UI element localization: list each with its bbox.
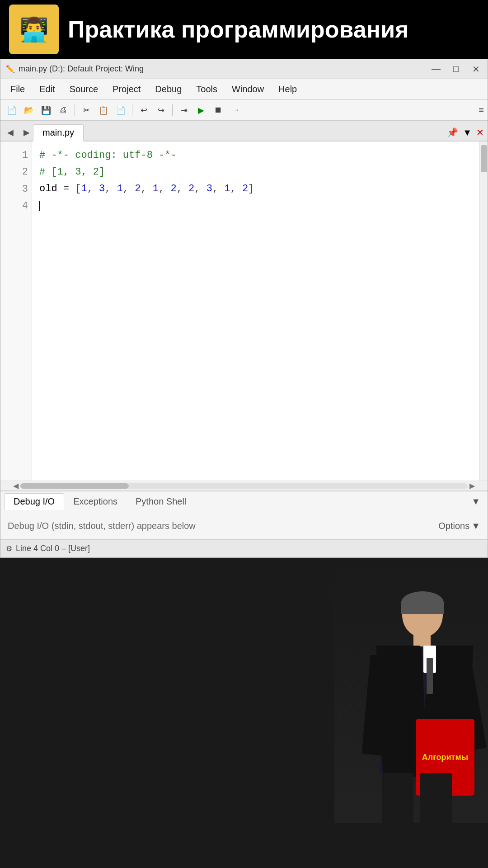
toolbar-redo[interactable]: ↪ (153, 103, 169, 118)
options-button[interactable]: Options ▼ (438, 521, 480, 531)
presenter-figure: Алгоритмы (352, 588, 479, 823)
debug-io-label: Debug I/O (stdin, stdout, stderr) appear… (8, 521, 196, 531)
tab-close-icon[interactable]: ✕ (476, 127, 484, 138)
code-content[interactable]: # -*- coding: utf-8 -*- # [1, 3, 2] old … (32, 142, 479, 481)
toolbar-save[interactable]: 💾 (38, 103, 54, 118)
status-text: Line 4 Col 0 – [User] (16, 544, 90, 553)
scrollbar-h-track[interactable] (20, 483, 468, 489)
code-line-2: # [1, 3, 2] (39, 164, 472, 180)
code-line-1: # -*- coding: utf-8 -*- (39, 147, 472, 164)
toolbar-step[interactable]: → (228, 103, 243, 118)
banner-logo: 👨‍💻 (9, 5, 59, 54)
menu-edit[interactable]: Edit (33, 82, 61, 96)
status-icon: ⚙ (6, 544, 12, 553)
toolbar-sep2 (132, 104, 132, 116)
menu-help[interactable]: Help (272, 82, 303, 96)
editor-area[interactable]: 1 2 3 4 # -*- coding: utf-8 -*- # [1, 3,… (0, 142, 488, 481)
tab-exceptions[interactable]: Exceptions (64, 494, 127, 509)
minimize-button[interactable]: — (430, 63, 442, 75)
menu-debug[interactable]: Debug (149, 82, 188, 96)
toolbar-stop[interactable]: ⏹ (211, 103, 226, 118)
tab-right-icons: 📌 ▼ ✕ (447, 127, 484, 141)
toolbar-open[interactable]: 📂 (21, 103, 37, 118)
toolbar-undo[interactable]: ↩ (136, 103, 151, 118)
toolbar-print[interactable]: 🖨 (56, 103, 71, 118)
logo-emoji: 👨‍💻 (19, 16, 49, 43)
presenter-overlay: Алгоритмы (334, 570, 488, 823)
tab-debug-io[interactable]: Debug I/O (4, 493, 64, 510)
bottom-content: Debug I/O (stdin, stdout, stderr) appear… (0, 512, 488, 539)
line-num-1: 1 (4, 147, 28, 164)
line-num-3: 3 (4, 181, 28, 198)
collapse-button[interactable]: ▼ (468, 495, 484, 509)
toolbar-overflow[interactable]: ≡ (479, 105, 484, 115)
bottom-tabs: Debug I/O Exceptions Python Shell ▼ (0, 491, 488, 512)
toolbar-sep3 (172, 104, 173, 116)
title-bar-text: main.py (D:): Default Project: Wing (19, 64, 144, 74)
scrollbar-thumb-horizontal[interactable] (20, 483, 129, 489)
tab-pin-icon[interactable]: 📌 (447, 127, 458, 138)
book-title: Алгоритмы (422, 753, 468, 762)
menu-source[interactable]: Source (63, 82, 104, 96)
scroll-left-arrow[interactable]: ◀ (11, 481, 20, 490)
scroll-right-arrow[interactable]: ▶ (468, 481, 477, 490)
line-num-4: 4 (4, 198, 28, 214)
toolbar-run[interactable]: ▶ (193, 103, 209, 118)
tab-nav: ◀ ▶ (4, 126, 33, 141)
code-line-3: old = [1, 3, 1, 2, 1, 2, 2, 3, 1, 2] (39, 180, 472, 197)
status-bar: ⚙ Line 4 Col 0 – [User] (0, 539, 488, 557)
title-bar-left: ✏️ main.py (D:): Default Project: Wing (6, 64, 144, 74)
horizontal-scrollbar[interactable]: ◀ ▶ (0, 481, 488, 491)
title-bar-icon: ✏️ (6, 65, 15, 73)
scrollbar-thumb-vertical[interactable] (481, 145, 487, 172)
vertical-scrollbar[interactable] (479, 142, 488, 481)
bottom-panel: Debug I/O Exceptions Python Shell ▼ Debu… (0, 491, 488, 539)
toolbar-new[interactable]: 📄 (4, 103, 19, 118)
toolbar-sep1 (75, 104, 75, 116)
menu-window[interactable]: Window (225, 82, 270, 96)
toolbar: 📄 📂 💾 🖨 ✂ 📋 📄 ↩ ↪ ⇥ ▶ ⏹ → ≡ (0, 100, 488, 121)
banner-title: Практика программирования (68, 16, 409, 43)
options-label: Options (438, 521, 469, 531)
close-button[interactable]: ✕ (469, 63, 482, 75)
tab-main-py[interactable]: main.py (33, 124, 84, 142)
ide-window: ✏️ main.py (D:): Default Project: Wing —… (0, 59, 488, 558)
toolbar-copy[interactable]: 📋 (96, 103, 111, 118)
tab-dropdown-icon[interactable]: ▼ (463, 127, 472, 138)
tab-nav-next[interactable]: ▶ (20, 126, 33, 139)
tab-bar: ◀ ▶ main.py 📌 ▼ ✕ (0, 121, 488, 142)
tab-nav-prev[interactable]: ◀ (4, 126, 17, 139)
menu-tools[interactable]: Tools (190, 82, 224, 96)
options-dropdown-icon: ▼ (471, 521, 480, 531)
toolbar-indent[interactable]: ⇥ (176, 103, 192, 118)
maximize-button[interactable]: □ (450, 63, 462, 75)
tab-python-shell[interactable]: Python Shell (127, 494, 195, 509)
line-numbers: 1 2 3 4 (0, 142, 32, 481)
line-num-2: 2 (4, 164, 28, 180)
menu-project[interactable]: Project (106, 82, 147, 96)
title-bar: ✏️ main.py (D:): Default Project: Wing —… (0, 59, 488, 79)
title-bar-controls: — □ ✕ (430, 63, 482, 75)
toolbar-paste[interactable]: 📄 (113, 103, 128, 118)
toolbar-cut[interactable]: ✂ (79, 103, 94, 118)
code-line-4 (39, 197, 472, 214)
menu-file[interactable]: File (4, 82, 31, 96)
menu-bar: File Edit Source Project Debug Tools Win… (0, 79, 488, 100)
banner: 👨‍💻 Практика программирования (0, 0, 488, 59)
